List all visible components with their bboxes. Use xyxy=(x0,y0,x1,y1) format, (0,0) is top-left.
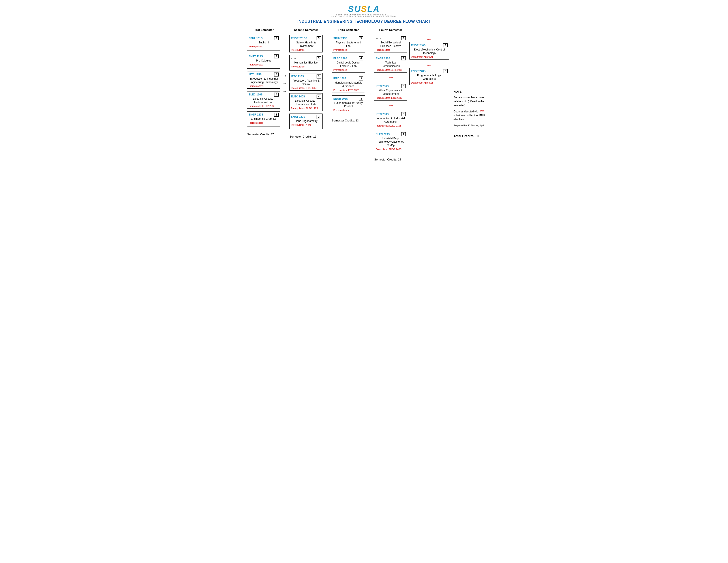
course-elec299s: ELEC 299S 1 Industrial Engr. Technology … xyxy=(374,131,407,152)
sem2-credits: Semester Credits: 16 xyxy=(289,135,323,138)
arrow-1-2-elec: → xyxy=(283,81,287,86)
dept-approval-1: Department Approval xyxy=(411,56,448,58)
logo-text: SUSLA xyxy=(247,4,481,14)
course-name: Programmable Logic Controllers xyxy=(411,74,448,81)
course-engr240s: ENGR 240S 4 ElectroMechanical Control Te… xyxy=(409,42,449,60)
course-name: Industrial Engr. Technology Capstone / C… xyxy=(376,137,406,147)
sem3-credits: Semester Credits: 13 xyxy=(332,119,365,122)
course-credits: 3 xyxy=(317,115,321,119)
prereq: Prerequisite: IETC 125S xyxy=(249,105,279,107)
prereq: Prerequisites: None xyxy=(291,124,321,126)
course-ietc125s: IETC 125S 4 Introduction to Industrial E… xyxy=(247,71,280,89)
course-code: ENGR 230S xyxy=(376,57,390,60)
prereq: Prerequisites: - xyxy=(333,69,363,71)
col-semester-3: Third Semester SPHY 213S 5 Physics I Lec… xyxy=(332,28,365,122)
course-elec220s: ELEC 220S 4 Digital Logic Design Lecture… xyxy=(332,55,365,73)
course-credits: 3 xyxy=(443,69,448,73)
course-engr208s: ENGR 208S 3 Fundamentals of Quality Cont… xyxy=(332,96,365,113)
course-social-behavioral: xxxx 3 Social/Behavioral Sciences Electi… xyxy=(374,35,407,52)
note-text-1: Some courses have co-requisite relations… xyxy=(454,96,485,107)
course-ietc135s: IETC 135S 3 Production, Planning & Contr… xyxy=(289,73,323,91)
prereq: Prerequisites: IETC 228S xyxy=(376,97,406,99)
prereq: Prerequisites: - xyxy=(291,49,321,51)
star-col5-2: **** xyxy=(409,64,449,67)
prereq: Prerequisites: - xyxy=(249,85,279,87)
course-credits: 4 xyxy=(274,93,279,97)
prereq: Prerequisites: - xyxy=(376,49,406,51)
course-name: ManufacturingMaterials & Science xyxy=(333,81,363,88)
logo-area: SUSLA SOUTHERN UNIVERSITY AT SHREVEPORT … xyxy=(247,4,481,17)
prereq: Prerequisites:- xyxy=(291,65,321,68)
course-code: ENGR 120S xyxy=(249,113,263,116)
semester-2-header: Second Semester xyxy=(289,28,323,32)
prereq: Prerequisites: IETC 135S xyxy=(333,89,363,92)
course-engr120s: ENGR 120S 3 Engineering Graphics Prerequ… xyxy=(247,111,280,127)
course-name: Safety, Health, & Environment xyxy=(291,41,321,48)
dept-approval-2: Department Approval xyxy=(411,81,448,84)
prereq: Prerequisites: IETC 125S xyxy=(291,87,321,89)
note-prepared: Prepared by: K. Moses, April 2021 xyxy=(454,124,485,127)
course-ietc250s: IETC 250S 3 Introduction to Industrial A… xyxy=(374,111,407,128)
course-code: IETC 236S xyxy=(376,85,389,88)
col-semester-4: Fourth Semester xxxx 3 Social/Behavioral… xyxy=(374,28,407,161)
course-credits: 4 xyxy=(359,56,363,60)
prereq: Prerequisites: - xyxy=(249,122,279,124)
course-credits: 3 xyxy=(317,75,321,79)
prereq: Prerequisites: - xyxy=(333,49,363,51)
arrow-col-3: → xyxy=(367,28,372,114)
course-name: Introduction to Industrial Engineering T… xyxy=(249,77,279,84)
course-code: IETC 125S xyxy=(249,73,262,76)
prereq: Prerequisites: ELEC 110S xyxy=(291,107,321,110)
flowchart: First Semester SENL 101S 3 English I Pre… xyxy=(247,28,481,161)
course-credits: 5 xyxy=(359,36,363,40)
course-credits: 3 xyxy=(401,84,406,88)
course-credits: 3 xyxy=(401,56,406,60)
arrow-col-1: → → → xyxy=(282,28,287,94)
course-name: Introduction to Industrial Automation xyxy=(376,117,406,124)
course-credits: 3 xyxy=(401,36,406,40)
sem1-credits: Semester Credits: 17 xyxy=(247,133,280,136)
course-code: IETC 150S xyxy=(333,77,346,80)
course-name: ElectroMechanical Control Technology xyxy=(411,48,448,55)
prereq: Prerequisites: - xyxy=(249,45,279,48)
course-code: ELEC 140S xyxy=(291,95,305,98)
course-engr201ss: ENGR 201SS 3 Safety, Health, & Environme… xyxy=(289,35,323,52)
course-name: Engineering Graphics xyxy=(249,117,279,121)
page-title: INDUSTRIAL ENGINEERING TECHNOLOGY DEGREE… xyxy=(247,19,481,24)
course-credits: 3 xyxy=(359,97,363,101)
course-name: Digital Logic Design Lecture & Lab xyxy=(333,61,363,68)
course-elec110s: ELEC 110S 4 Electrical Circuits I Lectur… xyxy=(247,91,280,109)
course-name: Humanities Elective xyxy=(291,61,321,65)
note-star: **** xyxy=(480,110,484,113)
prereq: Corequisite: ENGR 240S xyxy=(376,148,406,151)
arrow-2-3-ietc: → xyxy=(325,73,329,78)
course-name: Technical Communication xyxy=(376,61,406,68)
course-sphy213s: SPHY 213S 5 Physics I Lecture and Lab Pr… xyxy=(332,35,365,52)
course-credits: 3 xyxy=(274,36,279,40)
course-credits: 3 xyxy=(401,112,406,116)
course-code: IETC 135S xyxy=(291,75,304,78)
prereq: Prerequisite: ELEC 210S xyxy=(376,124,406,127)
course-code: xxxx xyxy=(291,57,296,60)
course-name: Social/Behavioral Sciences Elective xyxy=(376,41,406,48)
course-code: ENGR 201SS xyxy=(291,37,307,40)
col-electives: **** ENGR 240S 4 ElectroMechanical Contr… xyxy=(409,28,449,85)
course-ietc236s: IETC 236S 3 Work Ergonomics & Measuremen… xyxy=(374,83,407,100)
course-elec140s: ELEC 140S 4 Electrical Circuits II Lectu… xyxy=(289,93,323,111)
note-label: NOTE: xyxy=(454,90,485,93)
prereq: Prerequisites: - xyxy=(333,109,363,112)
course-code: ELEC 220S xyxy=(333,57,347,60)
sem4-credits: Semester Credits: 14 xyxy=(374,158,407,161)
star-col5-1: **** xyxy=(409,38,449,41)
arrow-col-2: → xyxy=(325,28,330,114)
course-code: ELEC 299S xyxy=(376,133,390,136)
course-name: English I xyxy=(249,41,279,45)
course-credits: 3 xyxy=(274,113,279,117)
course-code: SMAT 122S xyxy=(291,115,305,118)
course-smat121s: SMAT 121S 3 Pre-Calculus Prerequisites: … xyxy=(247,53,280,69)
logo-tagline: EXCELLENCE · INTEGRITY · ACCOUNTABILITY … xyxy=(247,16,481,17)
course-name: Production, Planning & Control xyxy=(291,79,321,86)
course-humanities: xxxx 3 Humanities Elective Prerequisites… xyxy=(289,55,323,71)
course-name: Work Ergonomics & Measurement xyxy=(376,89,406,96)
course-engr230s: ENGR 230S 3 Technical Communication Prer… xyxy=(374,55,407,73)
